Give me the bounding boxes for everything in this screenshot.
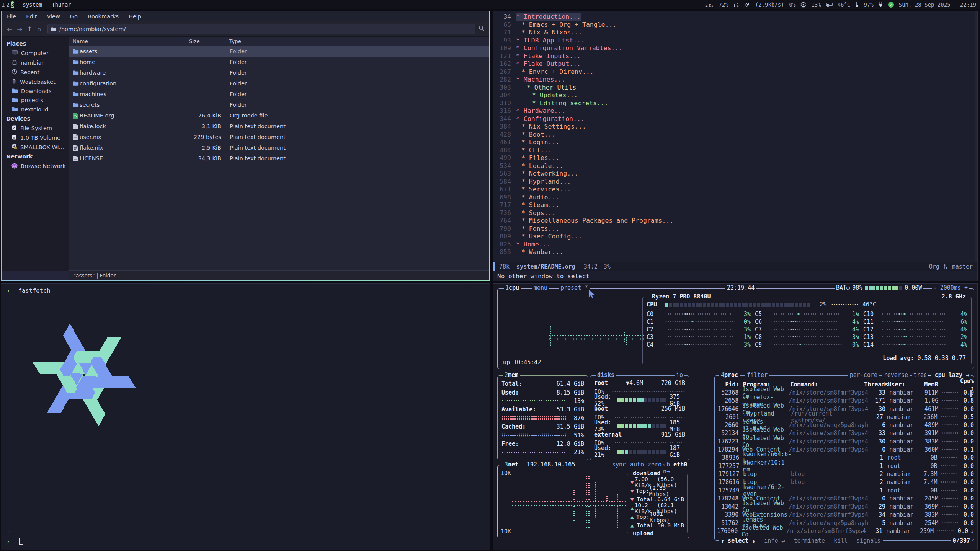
sidebar-item-file-system[interactable]: File System xyxy=(2,123,69,133)
workspace-3[interactable]: 3 xyxy=(11,1,14,8)
file-row-user-nix[interactable]: user.nix229 bytesPlain text document xyxy=(69,132,489,142)
sidebar-item-computer[interactable]: Computer xyxy=(2,48,69,58)
org-heading-line[interactable]: 855* Waubar... xyxy=(493,248,977,256)
org-heading-line[interactable]: 461* Login... xyxy=(493,139,977,147)
workspace-switcher[interactable]: 123 xyxy=(0,2,14,8)
cpu-box-title[interactable]: 1cpu xyxy=(504,284,521,291)
io-mode-button[interactable]: io xyxy=(675,372,684,378)
proc-row[interactable]: 176000Isolated Web Co/nix/store/sm8fmrf3… xyxy=(715,527,974,535)
menu-help[interactable]: Help xyxy=(129,13,141,20)
org-heading-line[interactable]: 304* Updates... xyxy=(493,91,977,99)
sidebar-item-smallbox-wi-[interactable]: SMALLBOX Wi... xyxy=(2,142,69,152)
proc-row[interactable]: 176223Isolated Web Co/nix/store/sm8fmrf3… xyxy=(715,437,974,445)
file-row-readme-org[interactable]: README.org76,4 KiBOrg-mode file xyxy=(69,110,489,121)
forward-button[interactable]: → xyxy=(15,25,24,33)
org-heading-line[interactable]: 310* Editing secrets... xyxy=(493,99,977,108)
sort-column-control[interactable]: ← cpu lazy → xyxy=(926,372,971,378)
back-button[interactable]: ← xyxy=(5,25,15,33)
org-heading-line[interactable]: 282* Machines... xyxy=(493,76,977,84)
menu-go[interactable]: Go xyxy=(70,13,78,20)
org-heading-line[interactable]: 384* Nix Settings... xyxy=(493,123,977,131)
net-auto-button[interactable]: auto xyxy=(629,461,645,468)
file-row-flake-nix[interactable]: flake.nix2,5 KiBPlain text document xyxy=(69,142,489,153)
shell-prompt-line[interactable]: › xyxy=(7,538,23,545)
idle-inhibitor-icon[interactable]: zzz xyxy=(705,2,714,8)
org-buffer[interactable]: 34* Introduction...65* Emacs + Org + Tan… xyxy=(493,11,977,262)
path-field[interactable]: /home/nambiar/system/ xyxy=(47,24,475,34)
home-button[interactable]: ⌂ xyxy=(34,25,44,33)
org-heading-line[interactable]: 484* CLI... xyxy=(493,147,977,155)
search-icon[interactable] xyxy=(479,25,485,33)
sidebar-item-nambiar[interactable]: nambiar xyxy=(2,58,69,67)
up-button[interactable]: ↑ xyxy=(24,25,34,33)
menu-view[interactable]: View xyxy=(47,13,60,20)
menu-button[interactable]: menu xyxy=(532,284,549,291)
menu-file[interactable]: File xyxy=(7,13,16,20)
org-heading-line[interactable]: 316* Hardware... xyxy=(493,107,977,115)
proc-row[interactable]: 175749kworker/6:2-even1root0B0.0 xyxy=(715,486,974,494)
column-name[interactable]: Name xyxy=(69,38,186,44)
sidebar-item-browse-network[interactable]: Browse Network xyxy=(2,161,69,171)
filter-button[interactable]: filter xyxy=(745,372,769,378)
net-sync-button[interactable]: sync xyxy=(611,461,627,468)
org-heading-line[interactable]: 93* TLDR App List... xyxy=(493,37,977,45)
org-heading-line[interactable]: 71* Nix & Nixos... xyxy=(493,29,977,37)
file-row-secrets[interactable]: secretsFolder xyxy=(69,99,489,110)
file-row-machines[interactable]: machinesFolder xyxy=(69,89,489,99)
org-heading-line[interactable]: 109* Configuration Variables... xyxy=(493,44,977,52)
org-heading-line[interactable]: 34* Introduction... xyxy=(493,13,977,21)
org-heading-line[interactable]: 717* Steam... xyxy=(493,201,977,209)
org-heading-line[interactable]: 65* Emacs + Org + Tangle... xyxy=(493,21,977,29)
org-heading-line[interactable]: 267* Envrc + Direnv... xyxy=(493,68,977,76)
sidebar-item-1-0-tb-volume[interactable]: 1,0 TB Volume xyxy=(2,133,69,142)
workspace-1[interactable]: 1 xyxy=(2,1,5,8)
disks-box-title[interactable]: disks xyxy=(596,372,616,378)
emacs-scrollbar[interactable] xyxy=(975,11,977,262)
column-type[interactable]: Type xyxy=(226,38,489,44)
clock-date[interactable]: Sun, 28 Sep 2025 - 22:19 xyxy=(899,2,976,8)
org-heading-line[interactable]: 162* Flake Output... xyxy=(493,60,977,68)
sidebar-item-recent[interactable]: Recent xyxy=(2,67,69,77)
sidebar-item-nextcloud[interactable]: nextcloud xyxy=(2,105,69,114)
proc-box-title[interactable]: 4proc xyxy=(719,372,740,378)
proc-row[interactable]: 13642Isolated Web Co/nix/store/sm8fmrf3w… xyxy=(715,502,974,510)
mem-box-title[interactable]: 2mem xyxy=(503,372,520,378)
file-row-license[interactable]: LICENSE34,3 KiBPlain text document xyxy=(69,153,489,164)
org-heading-line[interactable]: 809* User Config... xyxy=(493,233,977,241)
org-heading-line[interactable]: 534* Locale... xyxy=(493,162,977,170)
file-row-home[interactable]: homeFolder xyxy=(69,57,489,67)
org-heading-line[interactable]: 121* Flake Inputs... xyxy=(493,52,977,60)
per-core-button[interactable]: per-core xyxy=(848,372,879,378)
org-heading-line[interactable]: 698* Audio... xyxy=(493,194,977,202)
org-heading-line[interactable]: 303* Other Utils xyxy=(493,84,977,92)
proc-footer[interactable]: ↑ select ↓ info ↵ terminate kill signals xyxy=(719,537,883,544)
reverse-button[interactable]: reverse xyxy=(882,372,910,378)
column-size[interactable]: Size xyxy=(186,38,226,44)
column-headers[interactable]: Name Size Type xyxy=(69,37,489,46)
org-heading-line[interactable]: 825* Home... xyxy=(493,241,977,249)
terminal-window[interactable]: › fastfetch nambiar@smallbox------------… xyxy=(1,283,490,550)
proc-row[interactable]: 177257kworker/10:1-mm_1root0B0.0 xyxy=(715,462,974,470)
org-heading-line[interactable]: 736* Sops... xyxy=(493,209,977,217)
org-heading-line[interactable]: 584* Hyprland... xyxy=(493,178,977,186)
sidebar-item-downloads[interactable]: Downloads xyxy=(2,86,69,96)
sidebar-item-projects[interactable]: projects xyxy=(2,96,69,105)
org-heading-line[interactable]: 499* Files... xyxy=(493,154,977,162)
org-heading-line[interactable]: 428* Boot... xyxy=(493,131,977,139)
org-heading-line[interactable]: 799* Fonts... xyxy=(493,225,977,233)
file-row-hardware[interactable]: hardwareFolder xyxy=(69,67,489,78)
file-row-configuration[interactable]: configurationFolder xyxy=(69,78,489,89)
update-interval-control[interactable]: - 2000ms + xyxy=(932,284,969,291)
check-status-icon[interactable]: ✓ xyxy=(888,2,894,8)
file-row-flake-lock[interactable]: flake.lock3,1 KiBPlain text document xyxy=(69,121,489,132)
net-box-title[interactable]: 3net xyxy=(503,461,520,468)
menu-edit[interactable]: Edit xyxy=(26,13,37,20)
major-mode[interactable]: Org xyxy=(929,263,939,270)
proc-row[interactable]: 179127btopbtop2nambiar7.3M0.0 xyxy=(715,470,974,478)
menu-bookmarks[interactable]: Bookmarks xyxy=(88,13,119,20)
workspace-2[interactable]: 2 xyxy=(6,1,9,8)
org-heading-line[interactable]: 764* Miscellaneous Packages and Programs… xyxy=(493,217,977,225)
file-row-assets[interactable]: assetsFolder xyxy=(69,46,489,57)
net-interface-switcher[interactable]: ←b eth0 n→ xyxy=(662,461,689,475)
net-zero-button[interactable]: zero xyxy=(646,461,663,468)
